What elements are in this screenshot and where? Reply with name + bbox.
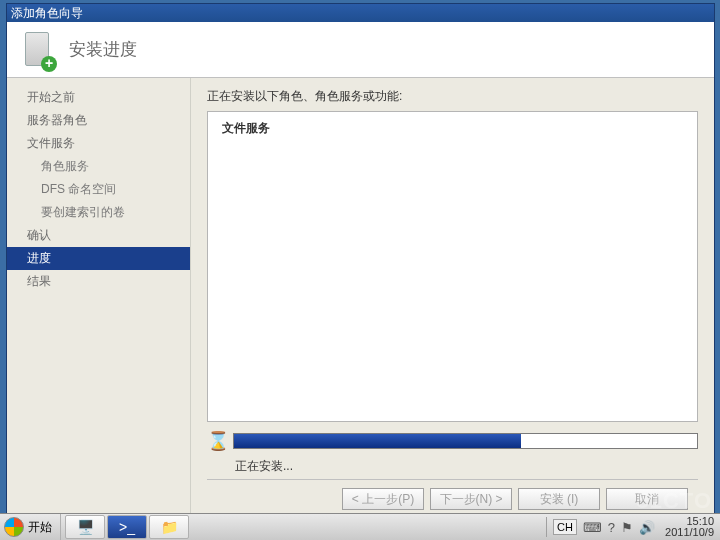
server-manager-icon: 🖥️ (77, 519, 94, 535)
install-status-text: 正在安装... (235, 458, 698, 475)
taskbar-clock[interactable]: 15:10 2011/10/9 (661, 516, 714, 538)
sidebar-item-progress[interactable]: 进度 (7, 247, 190, 270)
wizard-header: + 安装进度 (7, 22, 714, 78)
install-progress-bar (233, 433, 698, 449)
start-button[interactable]: 开始 (0, 514, 61, 540)
install-button[interactable]: 安装 (I) (518, 488, 600, 510)
sidebar-item-index-volumes[interactable]: 要创建索引的卷 (7, 201, 190, 224)
window-titlebar[interactable]: 添加角色向导 (7, 4, 714, 22)
taskbar-item-explorer[interactable]: 📁 (149, 515, 189, 539)
taskbar-running-items: 🖥️ >_ 📁 (61, 515, 189, 539)
taskbar-item-powershell[interactable]: >_ (107, 515, 147, 539)
roles-list-box: 文件服务 (207, 111, 698, 422)
sidebar-item-role-services[interactable]: 角色服务 (7, 155, 190, 178)
hourglass-icon (207, 430, 225, 452)
sidebar-item-before-you-begin[interactable]: 开始之前 (7, 86, 190, 109)
tray-separator (546, 517, 547, 537)
taskbar[interactable]: 开始 🖥️ >_ 📁 CH ⌨ ? ⚑ 🔊 15:10 2011/10/9 (0, 513, 720, 540)
next-button[interactable]: 下一步(N) > (430, 488, 512, 510)
sidebar-item-dfs-namespace[interactable]: DFS 命名空间 (7, 178, 190, 201)
wizard-button-row: < 上一步(P) 下一步(N) > 安装 (I) 取消 (207, 479, 698, 516)
wizard-body: 开始之前 服务器角色 文件服务 角色服务 DFS 命名空间 要创建索引的卷 确认… (7, 78, 714, 516)
volume-icon[interactable]: 🔊 (639, 520, 655, 535)
wizard-window: 添加角色向导 + 安装进度 开始之前 服务器角色 文件服务 角色服务 DFS 命… (6, 3, 715, 517)
progress-row (207, 430, 698, 452)
sidebar-item-file-services[interactable]: 文件服务 (7, 132, 190, 155)
wizard-content: 正在安装以下角色、角色服务或功能: 文件服务 正在安装... < 上一步(P) … (190, 78, 714, 516)
wizard-sidebar: 开始之前 服务器角色 文件服务 角色服务 DFS 命名空间 要创建索引的卷 确认… (7, 78, 190, 516)
role-item: 文件服务 (218, 118, 687, 139)
language-indicator[interactable]: CH (553, 519, 577, 535)
keyboard-icon[interactable]: ⌨ (583, 520, 602, 535)
powershell-icon: >_ (119, 519, 135, 535)
page-title: 安装进度 (69, 38, 137, 61)
cancel-button[interactable]: 取消 (606, 488, 688, 510)
system-tray: CH ⌨ ? ⚑ 🔊 15:10 2011/10/9 (546, 514, 720, 540)
previous-button[interactable]: < 上一步(P) (342, 488, 424, 510)
start-label: 开始 (28, 519, 52, 536)
sidebar-item-confirmation[interactable]: 确认 (7, 224, 190, 247)
window-title: 添加角色向导 (11, 5, 83, 22)
sidebar-item-results[interactable]: 结果 (7, 270, 190, 293)
help-icon[interactable]: ? (608, 520, 615, 535)
action-center-icon[interactable]: ⚑ (621, 520, 633, 535)
server-role-icon: + (21, 30, 55, 70)
installing-label: 正在安装以下角色、角色服务或功能: (207, 88, 698, 105)
install-progress-fill (234, 434, 521, 448)
clock-date: 2011/10/9 (665, 527, 714, 538)
folder-icon: 📁 (161, 519, 178, 535)
sidebar-item-server-roles[interactable]: 服务器角色 (7, 109, 190, 132)
taskbar-item-server-manager[interactable]: 🖥️ (65, 515, 105, 539)
windows-orb-icon (4, 517, 24, 537)
